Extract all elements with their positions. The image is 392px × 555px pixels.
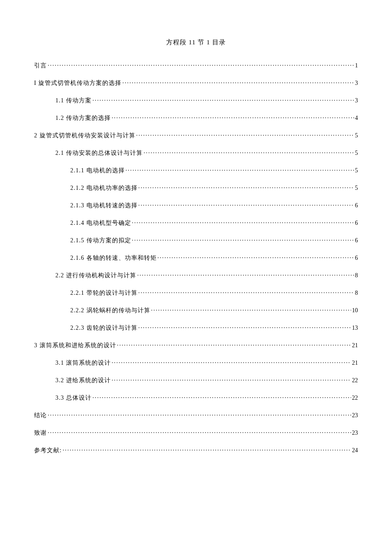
toc-entry: 3.1 滚筒系统的设计21 xyxy=(34,359,358,367)
toc-entry-page: 5 xyxy=(355,167,358,174)
toc-entry-page: 8 xyxy=(355,272,358,279)
toc-entry: 2.1.1 电动机的选择5 xyxy=(34,166,358,174)
toc-entry-label: 2.2.2 涡轮蜗杆的传动与计算 xyxy=(70,307,150,314)
toc-leader-dots xyxy=(137,271,354,277)
toc-leader-dots xyxy=(63,446,351,452)
toc-leader-dots xyxy=(48,411,351,417)
toc-entry-label: 致谢 xyxy=(34,429,47,437)
toc-entry-page: 22 xyxy=(352,377,358,384)
toc-entry-label: 2.1.5 传动方案的拟定 xyxy=(70,237,131,244)
toc-entry-page: 21 xyxy=(352,342,358,349)
toc-leader-dots xyxy=(112,114,354,120)
toc-leader-dots xyxy=(126,166,355,172)
toc-entry-label: 2.1 传动安装的总体设计与计算 xyxy=(55,149,143,157)
toc-entry-page: 4 xyxy=(355,115,358,122)
toc-entry-label: 2.2 进行传动机构设计与计算 xyxy=(55,272,136,279)
toc-leader-dots xyxy=(138,289,355,295)
toc-entry: 引言1 xyxy=(34,61,358,70)
toc-entry-page: 10 xyxy=(352,307,358,314)
toc-leader-dots xyxy=(136,131,355,137)
table-of-contents: 引言1I 旋管式切管机传动方案的选择31.1 传动方案31.2 传动方案的选择4… xyxy=(34,61,358,454)
toc-entry-label: 2 旋管式切管机传动安装设计与计算 xyxy=(34,132,135,139)
toc-entry: 2.1.5 传动方案的拟定6 xyxy=(34,236,358,244)
toc-entry: 3 滚筒系统和进给系统的设计21 xyxy=(34,341,358,349)
toc-entry-label: 2.2.1 带轮的设计与计算 xyxy=(70,289,138,297)
toc-leader-dots xyxy=(138,201,355,207)
toc-entry: 2.2.3 齿轮的设计与计算13 xyxy=(34,324,358,332)
toc-entry: 2.1.2 电动机功率的选择5 xyxy=(34,184,358,192)
toc-entry-page: 24 xyxy=(352,447,358,454)
toc-entry-page: 1 xyxy=(355,62,358,69)
toc-entry-page: 13 xyxy=(352,325,358,331)
toc-leader-dots xyxy=(112,359,351,365)
toc-entry-label: 2.1.2 电动机功率的选择 xyxy=(70,184,138,192)
toc-entry-label: 3 滚筒系统和进给系统的设计 xyxy=(34,342,116,349)
toc-entry-label: 2.1.4 电动机型号确定 xyxy=(70,219,131,227)
toc-leader-dots xyxy=(132,219,355,225)
toc-entry-page: 5 xyxy=(355,150,358,157)
toc-entry: 2.1.6 各轴的转速、功率和转矩6 xyxy=(34,254,358,262)
toc-leader-dots xyxy=(92,96,354,102)
toc-entry-page: 8 xyxy=(355,290,358,296)
toc-entry-label: 3.1 滚筒系统的设计 xyxy=(55,359,111,367)
toc-entry-page: 3 xyxy=(355,80,358,87)
toc-entry: 1.1 传动方案3 xyxy=(34,96,358,105)
toc-entry: 3.3 总体设计22 xyxy=(34,394,358,402)
toc-entry-page: 23 xyxy=(352,412,358,419)
toc-entry-page: 22 xyxy=(352,395,358,401)
toc-entry: 2.2 进行传动机构设计与计算8 xyxy=(34,271,358,279)
toc-leader-dots xyxy=(138,184,355,190)
toc-leader-dots xyxy=(48,61,354,67)
toc-entry-label: 1.2 传动方案的选择 xyxy=(55,114,111,122)
toc-leader-dots xyxy=(112,376,351,382)
toc-entry-label: 3.2 进给系统的设计 xyxy=(55,377,111,384)
toc-entry: 2.1.4 电动机型号确定6 xyxy=(34,219,358,227)
toc-entry-label: 结论 xyxy=(34,412,47,419)
toc-leader-dots xyxy=(122,79,354,85)
toc-leader-dots xyxy=(92,394,351,400)
document-title: 方程段 11 节 1 目录 xyxy=(34,38,358,46)
toc-entry-page: 21 xyxy=(352,360,358,366)
toc-entry-page: 6 xyxy=(355,220,358,227)
toc-entry: 致谢23 xyxy=(34,429,358,437)
toc-entry-label: 2.2.3 齿轮的设计与计算 xyxy=(70,324,138,332)
toc-leader-dots xyxy=(132,236,355,242)
toc-leader-dots xyxy=(138,324,352,330)
toc-entry-page: 6 xyxy=(355,237,358,244)
toc-entry-label: 2.1.1 电动机的选择 xyxy=(70,167,125,174)
toc-entry-page: 3 xyxy=(355,97,358,104)
toc-entry-page: 6 xyxy=(355,255,358,262)
toc-entry-page: 6 xyxy=(355,202,358,209)
toc-leader-dots xyxy=(117,341,352,347)
toc-entry: 2.2.1 带轮的设计与计算8 xyxy=(34,289,358,297)
toc-entry-page: 23 xyxy=(352,430,358,436)
toc-entry: 2.1.3 电动机转速的选择6 xyxy=(34,201,358,209)
toc-entry-label: 参考文献: xyxy=(34,447,62,454)
toc-entry-page: 5 xyxy=(355,132,358,139)
toc-entry: I 旋管式切管机传动方案的选择3 xyxy=(34,79,358,87)
toc-entry-label: 2.1.3 电动机转速的选择 xyxy=(70,202,138,209)
toc-entry-label: I 旋管式切管机传动方案的选择 xyxy=(34,79,121,87)
toc-entry: 3.2 进给系统的设计22 xyxy=(34,376,358,384)
toc-entry-label: 引言 xyxy=(34,62,47,70)
toc-leader-dots xyxy=(151,306,352,312)
toc-entry: 1.2 传动方案的选择4 xyxy=(34,114,358,122)
toc-leader-dots xyxy=(48,429,351,435)
toc-entry: 参考文献:24 xyxy=(34,446,358,454)
toc-leader-dots xyxy=(144,149,354,155)
toc-entry-label: 1.1 传动方案 xyxy=(55,97,92,105)
toc-entry-page: 5 xyxy=(355,185,358,192)
toc-entry: 2.1 传动安装的总体设计与计算5 xyxy=(34,149,358,157)
toc-entry: 2 旋管式切管机传动安装设计与计算5 xyxy=(34,131,358,139)
toc-entry: 结论23 xyxy=(34,411,358,419)
toc-entry: 2.2.2 涡轮蜗杆的传动与计算10 xyxy=(34,306,358,314)
toc-leader-dots xyxy=(158,254,355,260)
toc-entry-label: 3.3 总体设计 xyxy=(55,394,92,402)
toc-entry-label: 2.1.6 各轴的转速、功率和转矩 xyxy=(70,254,157,262)
